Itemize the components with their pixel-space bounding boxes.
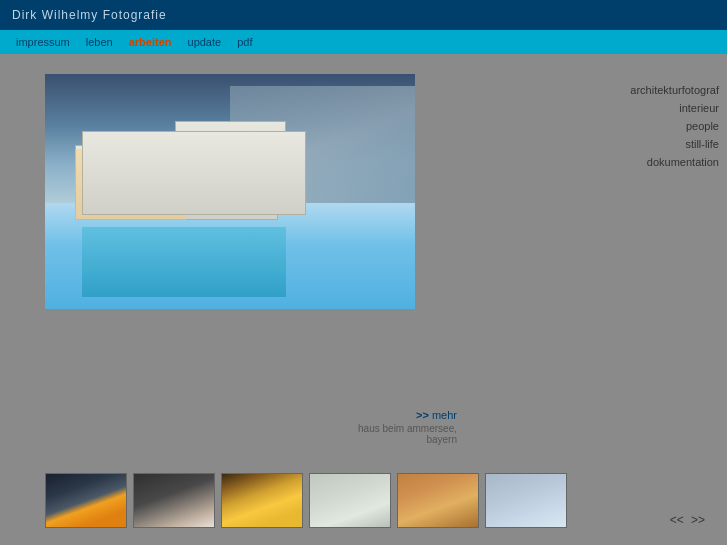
thumbnail-1[interactable] — [45, 473, 127, 528]
clouds-decoration — [230, 86, 415, 204]
pool-decoration — [82, 227, 286, 298]
thumbnail-2[interactable] — [133, 473, 215, 528]
house-light-decoration — [75, 149, 186, 220]
caption-line2: bayern — [426, 434, 457, 445]
thumbnail-nav: << >> — [668, 513, 707, 527]
thumbnail-5[interactable] — [397, 473, 479, 528]
category-dokumentation[interactable]: dokumentation — [597, 156, 719, 168]
nav-item-impressum[interactable]: impressum — [10, 34, 76, 50]
category-still-life[interactable]: still-life — [597, 138, 719, 150]
caption-area: >> mehr haus beim ammersee, bayern — [358, 409, 457, 445]
house-main-decoration — [75, 145, 279, 220]
thumbnail-3[interactable] — [221, 473, 303, 528]
category-interieur[interactable]: interieur — [597, 102, 719, 114]
site-title: Dirk Wilhelmy Fotografie — [12, 8, 167, 22]
caption-line1: haus beim ammersee, — [358, 423, 457, 434]
main-nav: impressum leben arbeiten update pdf — [0, 30, 727, 54]
prev-arrow[interactable]: << — [670, 513, 684, 527]
mehr-arrows: >> — [416, 409, 429, 421]
nav-item-pdf[interactable]: pdf — [231, 34, 258, 50]
nav-item-arbeiten[interactable]: arbeiten — [123, 34, 178, 50]
thumbnail-6[interactable] — [485, 473, 567, 528]
mehr-text[interactable]: mehr — [432, 409, 457, 421]
caption-text: haus beim ammersee, bayern — [358, 423, 457, 445]
category-sidebar: architekturfotograf interieur people sti… — [597, 54, 727, 455]
mehr-link[interactable]: >> mehr — [358, 409, 457, 421]
middle-row: >> mehr haus beim ammersee, bayern archi… — [0, 54, 727, 455]
main-photo[interactable] — [45, 74, 415, 309]
thumbnail-strip: << >> — [0, 455, 727, 545]
nav-item-leben[interactable]: leben — [80, 34, 119, 50]
site-header: Dirk Wilhelmy Fotografie — [0, 0, 727, 30]
house-upper-decoration — [175, 121, 286, 168]
category-architekturfotografie[interactable]: architekturfotograf — [597, 84, 719, 96]
image-area: >> mehr haus beim ammersee, bayern — [0, 54, 597, 455]
next-arrow[interactable]: >> — [691, 513, 705, 527]
content-wrapper: >> mehr haus beim ammersee, bayern archi… — [0, 54, 727, 545]
thumbnail-4[interactable] — [309, 473, 391, 528]
category-people[interactable]: people — [597, 120, 719, 132]
nav-item-update[interactable]: update — [182, 34, 228, 50]
